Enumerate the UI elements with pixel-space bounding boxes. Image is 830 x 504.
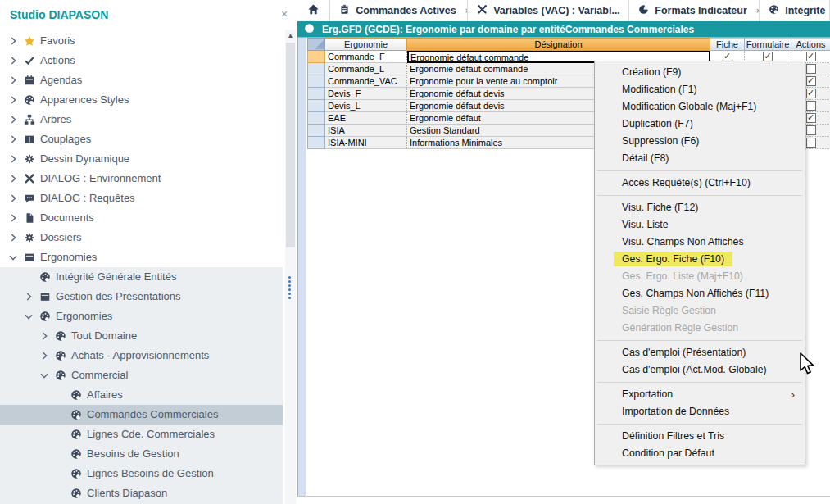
sidebar-item-ergonomies[interactable]: Ergonomies: [0, 306, 283, 326]
menu-item-visu-champs-non-affich-s[interactable]: Visu. Champs Non Affichés: [595, 234, 805, 251]
sidebar-item-ergonomies[interactable]: Ergonomies: [0, 247, 283, 267]
sidebar-item-favoris[interactable]: Favoris: [0, 31, 283, 51]
menu-item-cas-d-emploi-pr-sentation[interactable]: Cas d'emploi (Présentation): [595, 344, 805, 361]
sidebar-item-documents[interactable]: Documents: [0, 208, 283, 228]
menu-item-ges-ergo-fiche-f10[interactable]: Ges. Ergo. Fiche (F10): [595, 251, 805, 268]
sidebar-item-couplages[interactable]: Couplages: [0, 129, 283, 149]
chevron-down-icon[interactable]: [23, 311, 34, 322]
checkbox-checked[interactable]: ✓: [806, 52, 816, 61]
checkbox-checked[interactable]: ✓: [806, 76, 816, 86]
chevron-right-icon[interactable]: [7, 193, 19, 204]
cell-ergonomie[interactable]: Commande_VAC: [325, 75, 407, 88]
row-header-cell[interactable]: [307, 112, 325, 125]
row-header-cell[interactable]: [307, 125, 325, 137]
sidebar-item-lignes-besoins-de-gestion[interactable]: Lignes Besoins de Gestion: [0, 464, 283, 484]
menu-item-exportation[interactable]: Exportation›: [595, 386, 805, 403]
menu-item-cas-d-emploi-act-mod-globale[interactable]: Cas d'emploi (Act.Mod. Globale): [595, 361, 805, 379]
panel-splitter-handle[interactable]: [288, 276, 292, 301]
chevron-right-icon[interactable]: [7, 35, 19, 47]
chevron-down-icon[interactable]: [7, 252, 19, 263]
chevron-right-icon[interactable]: [7, 114, 19, 125]
menu-item-importation-de-donn-es[interactable]: Importation de Données: [595, 403, 805, 420]
sidebar-item-int-grit-g-n-rale-entit-s[interactable]: Intégrité Générale Entités: [0, 267, 283, 287]
row-header-cell[interactable]: [307, 75, 325, 88]
checkbox-unchecked[interactable]: [806, 64, 816, 74]
cell-ergonomie[interactable]: ISIA: [325, 125, 407, 137]
column-header-fiche[interactable]: Fiche: [710, 38, 745, 51]
scrollbar-up-arrow-icon[interactable]: ▲: [285, 31, 296, 41]
row-header-cell[interactable]: [307, 100, 325, 112]
tab-formats-indicateur[interactable]: Formats Indicateur×: [629, 0, 760, 21]
chevron-down-icon[interactable]: [39, 370, 50, 381]
chevron-right-icon[interactable]: [7, 75, 19, 86]
sidebar-item-dialog-environnement[interactable]: DIALOG : Environnement: [0, 169, 283, 188]
sidebar-item-besoins-de-gestion[interactable]: Besoins de Gestion: [0, 444, 283, 464]
menu-item-condition-par-d-faut[interactable]: Condition par Défaut: [595, 445, 805, 462]
cell-ergonomie[interactable]: ISIA-MINI: [325, 137, 407, 149]
chevron-right-icon[interactable]: [7, 55, 19, 66]
sidebar-item-dossiers[interactable]: Dossiers: [0, 228, 283, 247]
sidebar-close-icon[interactable]: ×: [278, 7, 291, 20]
checkbox-unchecked[interactable]: [806, 138, 816, 148]
sidebar-item-dessin-dynamique[interactable]: Dessin Dynamique: [0, 149, 283, 169]
menu-item-d-tail-f8[interactable]: Détail (F8): [595, 150, 805, 167]
chevron-right-icon[interactable]: [7, 173, 19, 184]
cell-ergonomie[interactable]: Devis_L: [325, 100, 407, 112]
cell-ergonomie[interactable]: Commande_F: [325, 51, 407, 63]
column-header-actions[interactable]: Actions: [791, 38, 830, 51]
tab-home[interactable]: [297, 0, 330, 21]
chevron-right-icon[interactable]: [7, 212, 19, 224]
menu-item-ges-champs-non-affich-s-f11[interactable]: Ges. Champs Non Affichés (F11): [595, 285, 805, 302]
menu-item-d-finition-filtres-et-tris[interactable]: Définition Filtres et Tris: [595, 428, 805, 445]
cell-ergonomie[interactable]: Commande_L: [325, 63, 407, 75]
sidebar-item-tout-domaine[interactable]: Tout Domaine: [0, 326, 283, 346]
chevron-right-icon[interactable]: [7, 134, 19, 145]
menu-item-visu-fiche-f12[interactable]: Visu. Fiche (F12): [595, 199, 805, 216]
chevron-right-icon[interactable]: [7, 153, 19, 165]
checkbox-unchecked[interactable]: [806, 101, 816, 111]
menu-item-duplication-f7[interactable]: Duplication (F7): [595, 116, 805, 133]
sidebar-item-arbres[interactable]: Arbres: [0, 110, 283, 129]
checkbox-unchecked[interactable]: [806, 125, 816, 135]
sidebar-item-commercial[interactable]: Commercial: [0, 366, 283, 385]
sidebar-item-gestion-des-pr-sentations[interactable]: Gestion des Présentations: [0, 287, 283, 306]
menu-item-suppression-f6[interactable]: Suppression (F6): [595, 133, 805, 150]
row-header-cell[interactable]: [307, 51, 325, 63]
sidebar-item-affaires[interactable]: Affaires: [0, 385, 283, 405]
column-header-formulaire[interactable]: Formulaire: [745, 38, 791, 51]
chevron-right-icon[interactable]: [23, 291, 34, 302]
tab-int-grit[interactable]: Intégrité: [760, 0, 830, 21]
menu-item-cr-ation-f9[interactable]: Création (F9): [595, 64, 805, 81]
tab-commandes-actives[interactable]: Commandes Actives×: [330, 0, 468, 21]
menu-item-modification-globale-maj-f1[interactable]: Modification Globale (Maj+F1): [595, 98, 805, 116]
sidebar-item-clients-diapason[interactable]: Clients Diapason: [0, 484, 283, 503]
chevron-right-icon[interactable]: [39, 330, 50, 342]
sidebar-item-lignes-cde-commerciales[interactable]: Lignes Cde. Commerciales: [0, 425, 283, 444]
grid-corner-select-all[interactable]: [307, 38, 325, 51]
chevron-right-icon[interactable]: [7, 94, 19, 106]
tab-variables-vac-variabl[interactable]: Variables (VAC) : Variabl...×: [468, 0, 629, 21]
cell-ergonomie[interactable]: Devis_F: [325, 88, 407, 100]
sidebar-scrollbar[interactable]: ▲: [285, 30, 296, 504]
row-header-cell[interactable]: [307, 88, 325, 100]
row-header-cell[interactable]: [307, 63, 325, 75]
chevron-right-icon[interactable]: [39, 350, 50, 361]
menu-item-acc-s-requ-te-s-ctrl-f10[interactable]: Accès Requête(s) (Ctrl+F10): [595, 175, 805, 192]
sidebar-item-agendas[interactable]: Agendas: [0, 70, 283, 90]
checkbox-checked[interactable]: ✓: [806, 89, 816, 98]
palette-icon: [304, 23, 315, 36]
chevron-right-icon[interactable]: [7, 232, 19, 243]
scrollbar-thumb[interactable]: [286, 43, 295, 247]
sidebar-item-commandes-commerciales[interactable]: Commandes Commerciales: [0, 405, 283, 425]
cell-ergonomie[interactable]: EAE: [325, 112, 407, 125]
sidebar-item-actions[interactable]: Actions: [0, 51, 283, 70]
column-header-ergonomie[interactable]: Ergonomie: [325, 38, 407, 51]
column-header-designation[interactable]: Désignation: [407, 38, 710, 51]
sidebar-item-achats-approvisionnements[interactable]: Achats - Approvisionnements: [0, 346, 283, 366]
menu-item-modification-f1[interactable]: Modification (F1): [595, 81, 805, 98]
row-header-cell[interactable]: [307, 137, 325, 149]
sidebar-item-apparences-styles[interactable]: Apparences Styles: [0, 90, 283, 110]
menu-item-visu-liste[interactable]: Visu. Liste: [595, 216, 805, 234]
sidebar-item-dialog-requ-tes[interactable]: DIALOG : Requêtes: [0, 188, 283, 208]
checkbox-checked[interactable]: ✓: [806, 113, 816, 123]
